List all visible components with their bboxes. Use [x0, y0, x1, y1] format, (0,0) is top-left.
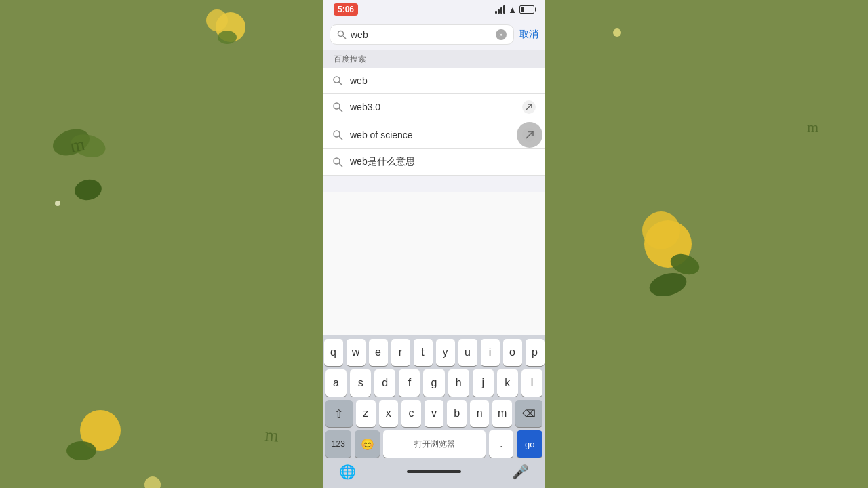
key-space[interactable]: 打开浏览器 — [383, 430, 486, 458]
suggestions-section: 百度搜索 web web3.0 — [323, 50, 545, 192]
key-o[interactable]: o — [503, 339, 522, 366]
suggestion-arrow-web3[interactable] — [522, 100, 536, 114]
search-input[interactable] — [351, 29, 492, 40]
status-time: 5:06 — [334, 3, 358, 16]
key-n[interactable]: n — [470, 400, 490, 427]
svg-point-22 — [334, 103, 340, 109]
key-go[interactable]: go — [517, 430, 542, 458]
key-s[interactable]: s — [350, 369, 371, 396]
suggestion-text-webofscience: web of science — [350, 129, 515, 140]
keyboard-bottom-bar: 🌐 🎤 — [326, 461, 542, 485]
key-t[interactable]: t — [414, 339, 433, 366]
content-area — [323, 192, 545, 335]
search-icon — [337, 30, 347, 39]
search-suggestion-icon — [332, 102, 343, 113]
svg-point-18 — [338, 31, 344, 37]
key-q[interactable]: q — [324, 339, 343, 366]
floating-circle — [517, 122, 542, 148]
signal-icon — [495, 5, 505, 14]
key-a[interactable]: a — [326, 369, 347, 396]
key-k[interactable]: k — [497, 369, 518, 396]
svg-point-20 — [334, 77, 340, 83]
key-123[interactable]: 123 — [326, 430, 351, 458]
svg-line-28 — [526, 131, 533, 138]
keyboard-row-1: q w e r t y u i o p — [326, 339, 542, 366]
suggestion-text-webmeaning: web是什么意思 — [350, 156, 536, 168]
key-g[interactable]: g — [423, 369, 444, 396]
key-z[interactable]: z — [356, 400, 376, 427]
key-i[interactable]: i — [481, 339, 500, 366]
key-e[interactable]: e — [369, 339, 388, 366]
key-p[interactable]: p — [526, 339, 545, 366]
svg-line-23 — [339, 108, 342, 112]
key-c[interactable]: c — [401, 400, 421, 427]
keyboard-row-4: 123 😊 打开浏览器 . go — [326, 430, 542, 458]
svg-line-26 — [339, 136, 342, 140]
key-y[interactable]: y — [436, 339, 455, 366]
globe-icon[interactable]: 🌐 — [339, 464, 356, 480]
key-x[interactable]: x — [379, 400, 399, 427]
key-d[interactable]: d — [374, 369, 395, 396]
key-period[interactable]: . — [489, 430, 513, 458]
mic-icon[interactable]: 🎤 — [512, 464, 529, 480]
svg-line-30 — [339, 163, 342, 167]
svg-line-21 — [339, 82, 342, 85]
cancel-button[interactable]: 取消 — [519, 28, 538, 41]
svg-point-29 — [334, 158, 340, 164]
search-bar-area: × 取消 — [323, 19, 545, 50]
svg-line-24 — [526, 104, 532, 110]
status-bar: 5:06 ▲ — [323, 0, 545, 19]
key-h[interactable]: h — [448, 369, 469, 396]
key-u[interactable]: u — [458, 339, 477, 366]
wifi-icon: ▲ — [508, 5, 517, 15]
battery-icon — [519, 5, 534, 14]
search-suggestion-icon — [332, 157, 343, 167]
svg-point-25 — [334, 131, 340, 137]
key-emoji[interactable]: 😊 — [355, 430, 380, 458]
key-l[interactable]: l — [521, 369, 542, 396]
key-b[interactable]: b — [447, 400, 467, 427]
search-input-wrapper[interactable]: × — [330, 24, 514, 45]
svg-line-19 — [343, 36, 346, 39]
clear-button[interactable]: × — [496, 29, 507, 40]
arrow-icon — [525, 103, 533, 111]
keyboard-row-2: a s d f g h j k l — [326, 369, 542, 396]
keyboard-row-3: ⇧ z x c v b n m ⌫ — [326, 400, 542, 427]
key-v[interactable]: v — [425, 400, 444, 427]
search-suggestion-icon — [332, 75, 343, 86]
home-indicator — [407, 470, 461, 473]
key-j[interactable]: j — [473, 369, 494, 396]
status-icons: ▲ — [495, 5, 534, 15]
key-f[interactable]: f — [399, 369, 420, 396]
suggestion-item-webofscience[interactable]: web of science — [323, 121, 545, 149]
key-r[interactable]: r — [391, 339, 410, 366]
key-m[interactable]: m — [492, 400, 512, 427]
suggestion-item-web[interactable]: web — [323, 68, 545, 94]
suggestion-text-web3: web3.0 — [350, 102, 515, 113]
suggestion-text-web: web — [350, 75, 536, 86]
corner-arrow-icon — [524, 129, 536, 141]
search-suggestion-icon — [332, 129, 343, 140]
key-shift[interactable]: ⇧ — [326, 400, 353, 427]
suggestions-header: 百度搜索 — [323, 50, 545, 68]
suggestion-item-web3[interactable]: web3.0 — [323, 94, 545, 121]
key-w[interactable]: w — [347, 339, 366, 366]
keyboard[interactable]: q w e r t y u i o p a s d f g h j k l ⇧ … — [323, 335, 545, 488]
suggestion-item-webmeaning[interactable]: web是什么意思 — [323, 149, 545, 176]
phone-frame: 5:06 ▲ × 取消 — [323, 0, 545, 488]
key-delete[interactable]: ⌫ — [515, 400, 542, 427]
